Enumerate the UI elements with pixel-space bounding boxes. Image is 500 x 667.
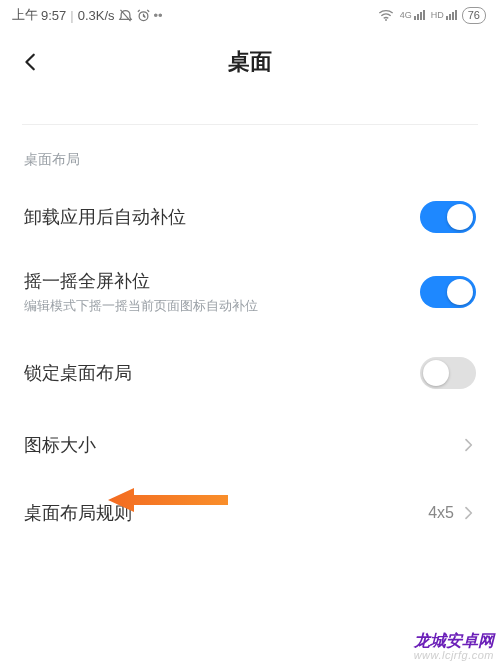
clock-icon	[136, 8, 151, 23]
status-time-prefix: 上午	[12, 6, 38, 24]
chevron-right-icon	[460, 505, 476, 521]
row-label: 桌面布局规则	[24, 501, 132, 525]
status-sep: |	[70, 8, 73, 23]
watermark-line2: www.lcjrfg.com	[414, 648, 494, 663]
row-shake-fill[interactable]: 摇一摇全屏补位 编辑模式下摇一摇当前页面图标自动补位	[0, 255, 500, 335]
row-label: 图标大小	[24, 433, 96, 457]
row-icon-size[interactable]: 图标大小	[0, 411, 500, 479]
row-auto-fill[interactable]: 卸载应用后自动补位	[0, 179, 500, 255]
row-grid-rule[interactable]: 桌面布局规则 4x5	[0, 479, 500, 547]
status-net-speed: 0.3K/s	[78, 8, 115, 23]
row-label: 卸载应用后自动补位	[24, 205, 186, 229]
chevron-left-icon	[20, 51, 42, 73]
toggle-auto-fill[interactable]	[420, 201, 476, 233]
page-title: 桌面	[228, 47, 272, 77]
alarm-off-icon	[118, 8, 133, 23]
watermark: 龙城安卓网 www.lcjrfg.com	[414, 633, 494, 663]
wifi-icon	[378, 9, 394, 21]
row-label: 锁定桌面布局	[24, 361, 132, 385]
status-bar: 上午 9:57 | 0.3K/s •• 4G HD 76	[0, 0, 500, 30]
status-right: 4G HD 76	[378, 7, 486, 24]
row-value: 4x5	[428, 504, 454, 522]
signal-sim1: 4G	[399, 10, 425, 20]
status-time: 9:57	[41, 8, 66, 23]
status-left: 上午 9:57 | 0.3K/s ••	[12, 6, 163, 24]
status-more: ••	[154, 8, 163, 23]
watermark-line1: 龙城安卓网	[414, 633, 494, 648]
row-sublabel: 编辑模式下摇一摇当前页面图标自动补位	[24, 297, 258, 315]
title-bar: 桌面	[0, 30, 500, 94]
back-button[interactable]	[14, 45, 48, 79]
signal-sim2: HD	[430, 10, 457, 20]
battery-indicator: 76	[462, 7, 486, 24]
chevron-right-icon	[460, 437, 476, 453]
toggle-shake-fill[interactable]	[420, 276, 476, 308]
toggle-lock-layout[interactable]	[420, 357, 476, 389]
row-label: 摇一摇全屏补位	[24, 269, 258, 293]
svg-point-1	[385, 19, 387, 21]
row-lock-layout[interactable]: 锁定桌面布局	[0, 335, 500, 411]
section-header: 桌面布局	[0, 125, 500, 179]
